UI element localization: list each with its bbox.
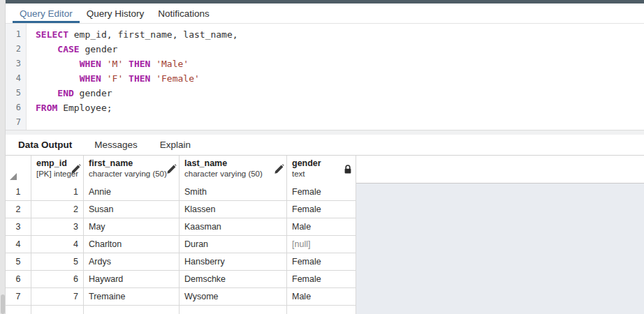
line-number: 2	[6, 42, 26, 57]
sql-keyword: CASE	[57, 44, 79, 54]
table-row: 22SusanKlassenFemale	[6, 201, 356, 218]
sql-text	[36, 59, 80, 69]
left-scrollbar-thumb[interactable]	[1, 294, 5, 314]
pencil-icon[interactable]	[273, 164, 284, 175]
code-line[interactable]	[36, 115, 644, 130]
cell-gender[interactable]: [null]	[287, 236, 356, 253]
cell-first_name[interactable]: Tremaine	[84, 288, 180, 306]
cell-emp_id[interactable]: 7	[31, 288, 84, 306]
sql-keyword: WHEN	[80, 59, 101, 69]
cell-first_name[interactable]: Charlton	[84, 236, 180, 253]
column-name: last_name	[184, 158, 282, 169]
select-all-corner[interactable]	[6, 156, 31, 184]
row-number[interactable]: 1	[6, 184, 31, 201]
sql-text	[36, 73, 80, 84]
table-row: 33MayKaasmanMale	[6, 218, 356, 236]
tab-notifications[interactable]: Notifications	[151, 3, 217, 23]
sql-text: Employee;	[57, 103, 112, 113]
tab-data-output[interactable]: Data Output	[18, 140, 72, 150]
cell-emp_id[interactable]: 5	[31, 253, 84, 271]
editor-output-splitter[interactable]	[6, 130, 644, 135]
code-line[interactable]: WHEN 'M' THEN 'Male'	[36, 57, 644, 71]
cell-empty[interactable]	[287, 306, 356, 314]
code-line[interactable]: WHEN 'F' THEN 'Female'	[36, 71, 644, 86]
row-number[interactable]: 2	[6, 201, 31, 218]
left-panel-splitter[interactable]	[0, 0, 6, 314]
tab-messages[interactable]: Messages	[94, 140, 138, 150]
sql-keyword: WHEN	[80, 73, 101, 84]
sql-string: 'Female'	[156, 73, 200, 84]
line-number: 1	[6, 27, 26, 42]
lock-icon	[342, 164, 353, 175]
line-number-gutter: 1234567	[6, 24, 27, 130]
line-number: 6	[6, 100, 26, 115]
select-all-triangle-icon	[10, 173, 17, 180]
cell-last_name[interactable]: Demschke	[180, 271, 287, 288]
cell-gender[interactable]: Male	[287, 218, 356, 236]
cell-emp_id[interactable]: 1	[31, 184, 84, 201]
cell-empty[interactable]	[31, 306, 84, 314]
cell-gender[interactable]: Male	[287, 288, 356, 306]
cell-first_name[interactable]: Annie	[84, 184, 180, 201]
column-header-last_name[interactable]: last_namecharacter varying (50)	[180, 156, 287, 184]
line-number: 5	[6, 86, 26, 100]
table-row: 66HaywardDemschkeFemale	[6, 271, 356, 288]
row-number[interactable]: 6	[6, 271, 31, 288]
table-row: 77TremaineWysomeMale	[6, 288, 356, 306]
row-number[interactable]: 4	[6, 236, 31, 253]
top-panel-splitter[interactable]	[6, 0, 644, 3]
output-tab-bar: Data OutputMessagesExplain	[6, 135, 644, 155]
sql-text	[123, 59, 129, 69]
cell-gender[interactable]: Female	[287, 271, 356, 288]
line-number: 3	[6, 57, 26, 71]
row-number[interactable]: 7	[6, 288, 31, 306]
code-line[interactable]: CASE gender	[36, 42, 644, 57]
cell-emp_id[interactable]: 6	[31, 271, 84, 288]
pencil-icon[interactable]	[166, 164, 177, 175]
cell-emp_id[interactable]: 2	[31, 201, 84, 218]
sql-text: emp_id, first_name, last_name,	[68, 29, 238, 40]
column-header-first_name[interactable]: first_namecharacter varying (50)	[84, 156, 180, 184]
sql-text	[123, 73, 129, 84]
code-line[interactable]: SELECT emp_id, first_name, last_name,	[36, 27, 644, 42]
sql-code-area[interactable]: SELECT emp_id, first_name, last_name, CA…	[27, 24, 644, 130]
sql-text	[36, 88, 57, 98]
cell-last_name[interactable]: Klassen	[180, 201, 287, 218]
cell-last_name[interactable]: Wysome	[180, 288, 287, 306]
row-number[interactable]	[6, 306, 31, 314]
cell-first_name[interactable]: May	[84, 218, 180, 236]
cell-empty[interactable]	[180, 306, 287, 314]
tab-query-history[interactable]: Query History	[80, 3, 152, 23]
cell-last_name[interactable]: Kaasman	[180, 218, 287, 236]
sql-editor[interactable]: 1234567 SELECT emp_id, first_name, last_…	[6, 24, 644, 130]
editor-tab-bar: Query EditorQuery HistoryNotifications	[6, 3, 644, 24]
pencil-icon[interactable]	[70, 164, 81, 175]
cell-first_name[interactable]: Ardys	[84, 253, 180, 271]
column-header-gender[interactable]: gendertext	[287, 156, 356, 184]
sql-keyword: END	[57, 88, 73, 98]
cell-empty[interactable]	[84, 306, 180, 314]
cell-first_name[interactable]: Susan	[84, 201, 180, 218]
sql-keyword: SELECT	[36, 29, 68, 40]
cell-gender[interactable]: Female	[287, 253, 356, 271]
column-header-emp_id[interactable]: emp_id[PK] integer	[31, 156, 84, 184]
tab-explain[interactable]: Explain	[160, 140, 191, 150]
pgadmin-query-tool: Query EditorQuery HistoryNotifications 1…	[0, 0, 644, 314]
cell-emp_id[interactable]: 3	[31, 218, 84, 236]
cell-last_name[interactable]: Smith	[180, 184, 287, 201]
table-row-partial	[6, 306, 356, 314]
sql-string: 'M'	[107, 59, 123, 69]
tab-query-editor[interactable]: Query Editor	[13, 3, 80, 23]
code-line[interactable]: END gender	[36, 86, 644, 100]
cell-last_name[interactable]: Hansberry	[180, 253, 287, 271]
sql-text	[101, 73, 107, 84]
cell-gender[interactable]: Female	[287, 201, 356, 218]
row-number[interactable]: 5	[6, 253, 31, 271]
cell-emp_id[interactable]: 4	[31, 236, 84, 253]
column-type: character varying (50)	[89, 169, 175, 179]
cell-gender[interactable]: Female	[287, 184, 356, 201]
row-number[interactable]: 3	[6, 218, 31, 236]
cell-first_name[interactable]: Hayward	[84, 271, 180, 288]
cell-last_name[interactable]: Duran	[180, 236, 287, 253]
code-line[interactable]: FROM Employee;	[36, 100, 644, 115]
